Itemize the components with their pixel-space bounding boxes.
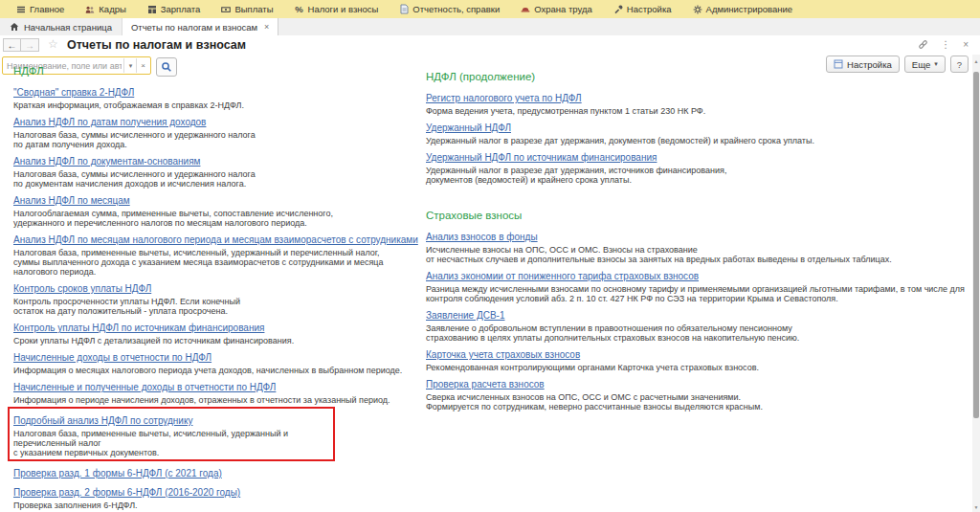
more-vertical-icon[interactable]: ⋮: [941, 40, 950, 50]
menu-item-safety[interactable]: Охрана труда: [510, 0, 603, 18]
menu-item-label: Зарплата: [161, 4, 201, 14]
report-link[interactable]: Начисленные доходы в отчетности по НДФЛ: [13, 352, 212, 364]
menu-bar: ГлавноеКадрыЗарплатаВыплаты%Налоги и взн…: [0, 0, 980, 18]
report-item: Контроль сроков уплаты НДФЛКонтроль прос…: [13, 278, 425, 316]
report-link[interactable]: Анализ взносов в фонды: [426, 232, 538, 243]
report-item: Анализ экономии от пониженного тарифа ст…: [426, 266, 968, 303]
report-item: Анализ взносов в фондыИсчисленные взносы…: [426, 227, 968, 264]
report-desc: Заявление о добровольном вступлении в пр…: [426, 323, 968, 343]
report-item: Начисленные и полученные доходы в отчетн…: [13, 377, 425, 405]
report-item: Анализ НДФЛ по месяцамНалогооблагаемая с…: [13, 190, 425, 228]
menu-item-label: Охрана труда: [534, 4, 592, 14]
report-link[interactable]: Контроль сроков уплаты НДФЛ: [13, 283, 151, 295]
back-button[interactable]: ←: [3, 38, 21, 52]
report-link[interactable]: Проверка разд. 2 формы 6-НДФЛ (2016-2020…: [13, 487, 240, 499]
report-link[interactable]: Удержанный НДФЛ: [426, 122, 511, 134]
chevron-down-icon: ▾: [934, 60, 938, 68]
report-link[interactable]: Проверка расчета взносов: [426, 379, 545, 390]
scrollbar-thumb[interactable]: [973, 72, 979, 418]
report-item: Анализ НДФЛ по месяцам налогового период…: [13, 230, 425, 277]
report-link[interactable]: Карточка учета страховых взносов: [426, 349, 580, 361]
favorite-star-icon[interactable]: ☆: [48, 37, 58, 51]
tab-reports-active[interactable]: Отчеты по налогам и взносам ×: [122, 18, 278, 36]
report-link[interactable]: Анализ НДФЛ по документам-основаниям: [13, 156, 200, 167]
document-header: ← → ☆ Отчеты по налогам и взносам: [0, 35, 980, 56]
report-link[interactable]: Заявление ДСВ-1: [426, 310, 505, 322]
reports-column-left: НДФЛ"Сводная" справка 2-НДФЛКраткая инфо…: [13, 65, 425, 512]
gear-icon: [693, 5, 702, 14]
percent-icon: %: [295, 5, 304, 14]
payments-icon: [221, 5, 231, 14]
report-desc: Форма ведения учета, предусмотренная пун…: [426, 106, 968, 116]
menu-item-label: Налоги и взносы: [308, 4, 379, 14]
report-desc: Налогооблагаемая сумма, примененные выче…: [13, 209, 425, 228]
report-section: НДФЛ"Сводная" справка 2-НДФЛКраткая инфо…: [13, 65, 425, 510]
report-item-highlighted: Подробный анализ НДФЛ по сотрудникуНалог…: [8, 407, 335, 461]
report-section: НДФЛ (продолжение)Регистр налогового уче…: [426, 71, 968, 185]
wrench-icon: [613, 5, 623, 14]
reports-icon: [399, 5, 409, 14]
menu-item-menu[interactable]: Главное: [6, 0, 75, 18]
report-desc: Краткая информация, отображаемая в справ…: [13, 100, 425, 110]
report-desc: Удержанный налог в разрезе дат удержания…: [426, 166, 968, 185]
report-item: Регистр налогового учета по НДФЛФорма ве…: [426, 88, 968, 116]
report-desc: Разница между исчисленными взносами по о…: [426, 284, 968, 303]
menu-item-label: Администрирование: [706, 4, 793, 14]
tab-close-icon[interactable]: ×: [264, 22, 269, 32]
report-link[interactable]: Удержанный НДФЛ по источникам финансиров…: [426, 152, 657, 164]
report-link[interactable]: Анализ НДФЛ по месяцам: [13, 195, 130, 207]
people-icon: [85, 5, 95, 14]
report-link[interactable]: Подробный анализ НДФЛ по сотруднику: [13, 415, 192, 427]
menu-item-gear[interactable]: Администрирование: [682, 0, 804, 18]
report-item: Начисленные доходы в отчетности по НДФЛИ…: [13, 347, 425, 375]
menu-item-reports[interactable]: Отчетность, справки: [389, 0, 510, 18]
menu-item-percent[interactable]: %Налоги и взносы: [284, 0, 390, 18]
report-desc: Информация о месяцах налогового периода …: [13, 366, 425, 375]
forward-button[interactable]: →: [21, 38, 39, 52]
section-title: Страховые взносы: [426, 210, 968, 221]
window-icons: ⋮ ×: [918, 39, 969, 50]
scroll-up-icon[interactable]: ▲: [972, 58, 980, 64]
report-desc: Информация о периоде начисления доходов,…: [13, 395, 425, 405]
report-link[interactable]: Анализ экономии от пониженного тарифа ст…: [426, 271, 699, 282]
menu-item-people[interactable]: Кадры: [75, 0, 136, 18]
report-link[interactable]: Контроль уплаты НДФЛ по источникам финан…: [13, 323, 264, 334]
report-link[interactable]: Анализ НДФЛ по месяцам налогового период…: [13, 234, 418, 246]
menu-item-salary[interactable]: Зарплата: [137, 0, 212, 18]
report-link[interactable]: "Сводная" справка 2-НДФЛ: [13, 87, 134, 99]
menu-item-label: Отчетность, справки: [412, 4, 500, 14]
vertical-scrollbar[interactable]: ▲ ▼: [972, 55, 980, 512]
report-link[interactable]: Регистр налогового учета по НДФЛ: [426, 93, 582, 104]
menu-item-wrench[interactable]: Настройка: [603, 0, 682, 18]
close-window-icon[interactable]: ×: [963, 40, 969, 50]
report-desc: Сверка исчисленных взносов на ОПС, ОСС и…: [426, 392, 968, 412]
report-desc: Сроки уплаты НДФЛ с детализацией по исто…: [13, 336, 425, 345]
report-item: Анализ НДФЛ по датам получения доходовНа…: [13, 112, 425, 149]
report-item: Проверка разд. 1 формы 6-НДФЛ (с 2021 го…: [13, 463, 425, 480]
report-item: Проверка расчета взносовСверка исчисленн…: [426, 374, 968, 412]
report-desc: Исчисленные взносы на ОПС, ОСС и ОМС. Вз…: [426, 245, 968, 264]
link-icon[interactable]: [918, 39, 928, 50]
report-link[interactable]: Проверка разд. 1 формы 6-НДФЛ (с 2021 го…: [13, 468, 222, 479]
tab-reports-label: Отчеты по налогам и взносам: [131, 22, 257, 33]
report-section: Страховые взносыАнализ взносов в фондыИс…: [426, 210, 968, 412]
section-title: НДФЛ (продолжение): [426, 71, 968, 82]
report-desc: Проверка заполнения 6-НДФЛ.: [13, 501, 425, 510]
menu-item-label: Кадры: [99, 4, 125, 14]
report-item: Контроль уплаты НДФЛ по источникам финан…: [13, 318, 425, 345]
menu-item-payments[interactable]: Выплаты: [211, 0, 283, 18]
settings-form-icon: [834, 59, 843, 69]
report-desc: Удержанный налог в разрезе дат удержания…: [426, 136, 968, 145]
report-link[interactable]: Начисленные и полученные доходы в отчетн…: [13, 382, 276, 393]
tab-home[interactable]: Начальная страница: [0, 18, 122, 35]
report-item: Удержанный НДФЛУдержанный налог в разрез…: [426, 118, 968, 145]
report-desc: Налоговая база, суммы исчисленного и уде…: [13, 130, 425, 149]
safety-icon: [521, 5, 530, 14]
settings-button-label: Настройка: [847, 59, 892, 70]
scroll-down-icon[interactable]: ▼: [972, 504, 980, 510]
report-link[interactable]: Анализ НДФЛ по датам получения доходов: [13, 117, 206, 128]
report-item: "Сводная" справка 2-НДФЛКраткая информац…: [13, 82, 425, 110]
home-icon: [10, 22, 19, 32]
menu-item-label: Настройка: [627, 4, 672, 14]
menu-item-label: Выплаты: [234, 4, 273, 14]
